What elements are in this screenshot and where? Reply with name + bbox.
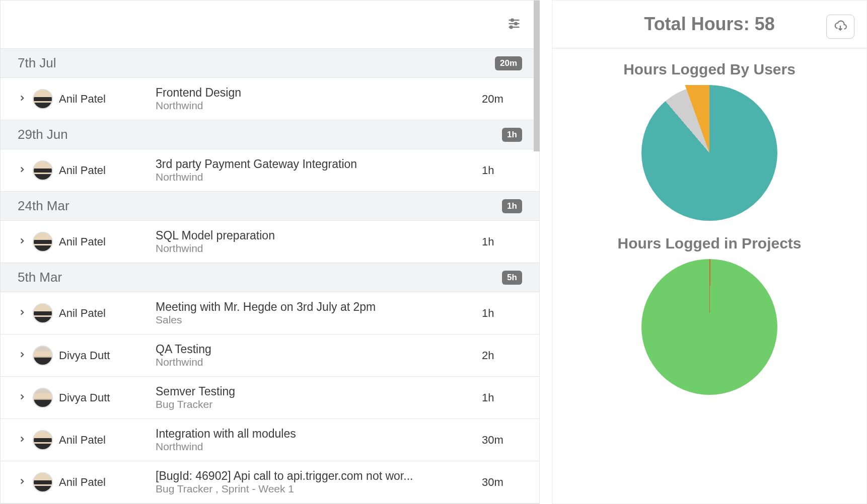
task-block: SQL Model preparationNorthwind <box>156 229 476 255</box>
user-name: Anil Patel <box>59 93 150 106</box>
chart-users-pie <box>641 85 777 221</box>
time-log-list: 7th Jul20mAnil PatelFrontend DesignNorth… <box>0 0 540 504</box>
group-total-badge: 20m <box>495 56 522 70</box>
task-block: Semver TestingBug Tracker <box>156 385 476 410</box>
avatar <box>33 232 53 252</box>
task-block: 3rd party Payment Gateway IntegrationNor… <box>156 157 476 183</box>
avatar <box>33 472 53 492</box>
task-project: Northwind <box>156 356 476 368</box>
group-total-badge: 5h <box>502 271 522 285</box>
time-entry-row[interactable]: Anil PatelMeeting with Mr. Hegde on 3rd … <box>1 292 539 334</box>
task-block: Frontend DesignNorthwind <box>156 86 476 112</box>
user-name: Divya Dutt <box>59 391 150 404</box>
chevron-right-icon[interactable] <box>18 308 27 319</box>
task-title: Frontend Design <box>156 86 427 100</box>
entry-time: 2h <box>482 349 522 362</box>
date-group-header: 5th Mar5h <box>1 263 539 292</box>
time-entry-row[interactable]: Divya DuttSemver TestingBug Tracker1h <box>1 377 539 419</box>
time-entry-row[interactable]: Anil Patel[BugId: 46902] Api call to api… <box>1 461 539 503</box>
task-block: Meeting with Mr. Hegde on 3rd July at 2p… <box>156 300 476 326</box>
entry-time: 1h <box>482 391 522 404</box>
chart-users-section: Hours Logged By Users <box>552 49 866 223</box>
avatar <box>33 160 53 181</box>
task-block: Integration with all modulesNorthwind <box>156 427 476 453</box>
entry-time: 1h <box>482 164 522 177</box>
task-title: 3rd party Payment Gateway Integration <box>156 157 427 171</box>
chevron-right-icon[interactable] <box>18 94 27 105</box>
summary-pane: Total Hours: 58 Hours Logged By Users Ho… <box>552 0 867 504</box>
task-project: Bug Tracker , Sprint - Week 1 <box>156 483 476 495</box>
task-title: Semver Testing <box>156 385 427 398</box>
task-title: Meeting with Mr. Hegde on 3rd July at 2p… <box>156 300 427 314</box>
user-name: Anil Patel <box>59 434 150 447</box>
time-entry-row[interactable]: Anil PatelIntegration with all modulesNo… <box>1 419 539 461</box>
scrollbar[interactable] <box>534 1 540 151</box>
group-total-badge: 1h <box>502 199 522 213</box>
chevron-right-icon[interactable] <box>18 392 27 403</box>
date-label: 7th Jul <box>18 55 56 71</box>
chevron-right-icon[interactable] <box>18 350 27 361</box>
chevron-right-icon[interactable] <box>18 165 27 176</box>
chart-projects-title: Hours Logged in Projects <box>552 235 866 252</box>
user-name: Anil Patel <box>59 307 150 320</box>
task-block: QA TestingNorthwind <box>156 343 476 368</box>
date-label: 5th Mar <box>18 270 62 285</box>
chevron-right-icon[interactable] <box>18 477 27 488</box>
user-name: Anil Patel <box>59 235 150 248</box>
chart-projects-section: Hours Logged in Projects <box>552 223 866 397</box>
user-name: Anil Patel <box>59 476 150 489</box>
list-toolbar <box>1 1 539 49</box>
time-entry-row[interactable]: Divya DuttQA TestingNorthwind2h <box>1 334 539 377</box>
summary-header: Total Hours: 58 <box>552 1 866 49</box>
task-project: Bug Tracker <box>156 398 476 410</box>
user-name: Divya Dutt <box>59 349 150 362</box>
task-project: Northwind <box>156 100 476 112</box>
task-project: Northwind <box>156 242 476 255</box>
task-project: Northwind <box>156 171 476 183</box>
time-entry-row[interactable]: Anil PatelSQL Model preparationNorthwind… <box>1 221 539 263</box>
task-block: [BugId: 46902] Api call to api.trigger.c… <box>156 469 476 495</box>
date-group-header: 29th Jun1h <box>1 120 539 149</box>
avatar <box>33 89 53 109</box>
avatar <box>33 303 53 323</box>
chevron-right-icon[interactable] <box>18 236 27 247</box>
group-total-badge: 1h <box>502 128 522 142</box>
download-cloud-icon <box>834 19 847 34</box>
entry-time: 1h <box>482 235 522 248</box>
chart-projects-pie <box>641 259 777 395</box>
download-button[interactable] <box>826 15 854 39</box>
task-project: Sales <box>156 314 476 326</box>
time-entry-row[interactable]: Anil Patel3rd party Payment Gateway Inte… <box>1 149 539 192</box>
date-label: 24th Mar <box>18 198 69 214</box>
entry-time: 1h <box>482 307 522 320</box>
date-group-header: 24th Mar1h <box>1 192 539 221</box>
chart-users-title: Hours Logged By Users <box>552 61 866 78</box>
time-entry-row[interactable]: Anil PatelFrontend DesignNorthwind20m <box>1 78 539 120</box>
entry-time: 30m <box>482 434 522 447</box>
user-name: Anil Patel <box>59 164 150 177</box>
date-group-header: 7th Jul20m <box>1 49 539 78</box>
task-title: Integration with all modules <box>156 427 427 441</box>
entry-time: 20m <box>482 93 522 106</box>
chevron-right-icon[interactable] <box>18 435 27 446</box>
task-title: SQL Model preparation <box>156 229 427 242</box>
date-label: 29th Jun <box>18 127 68 142</box>
task-title: [BugId: 46902] Api call to api.trigger.c… <box>156 469 427 483</box>
avatar <box>33 346 53 366</box>
avatar <box>33 430 53 450</box>
filter-icon[interactable] <box>507 17 521 33</box>
task-title: QA Testing <box>156 343 427 356</box>
task-project: Northwind <box>156 441 476 453</box>
avatar <box>33 388 53 408</box>
total-hours-label: Total Hours: 58 <box>644 14 774 35</box>
entry-time: 30m <box>482 476 522 489</box>
